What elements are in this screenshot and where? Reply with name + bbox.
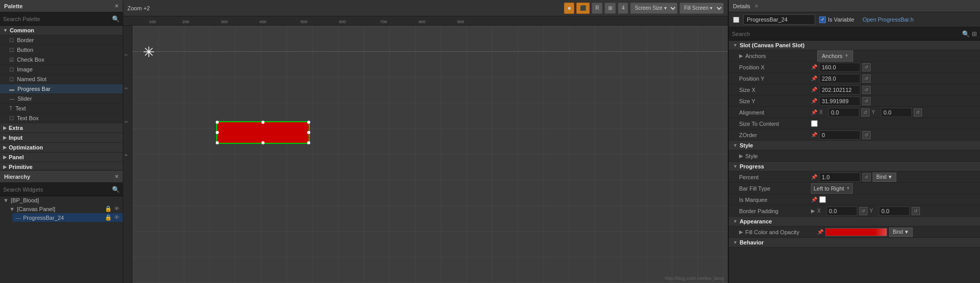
position-x-reset-btn[interactable]: ↺: [862, 63, 871, 71]
alignment-pin-icon[interactable]: 📌: [811, 109, 817, 115]
toolbar-btn-r[interactable]: R: [592, 3, 602, 14]
border-padding-x-reset-btn[interactable]: ↺: [859, 207, 868, 215]
position-x-input[interactable]: [819, 63, 860, 72]
size-to-content-checkbox[interactable]: [811, 120, 818, 127]
position-y-pin-icon[interactable]: 📌: [811, 76, 817, 81]
palette-item-text-box[interactable]: ☐ Text Box: [0, 114, 123, 123]
screen-size-dropdown[interactable]: Screen Size ▾: [630, 3, 677, 14]
alignment-x-input[interactable]: [828, 108, 859, 117]
is-marquee-checkbox[interactable]: [819, 196, 826, 203]
position-y-input[interactable]: [819, 74, 860, 83]
pb-eye-icon[interactable]: 👁: [114, 214, 120, 221]
palette-item-named-slot[interactable]: ☐ Named Slot: [0, 74, 123, 84]
fill-color-data-pin-icon[interactable]: 📌: [817, 229, 823, 235]
anchor-left[interactable]: [216, 131, 219, 134]
palette-item-checkbox[interactable]: ☑ Check Box: [0, 55, 123, 65]
open-file-link[interactable]: Open ProgressBar.h: [862, 16, 914, 23]
border-padding-x-input[interactable]: [826, 206, 857, 216]
component-name-input[interactable]: [743, 14, 815, 25]
toolbar-btn-square[interactable]: ■: [564, 3, 574, 14]
appearance-section-header[interactable]: ▼ Appearance: [729, 217, 980, 227]
bar-fill-type-dropdown[interactable]: Left to Right ▼: [811, 183, 853, 194]
hierarchy-item-canvas-panel[interactable]: ▼ [Canvas Panel] 🔒 👁: [6, 204, 123, 213]
palette-close-icon[interactable]: ✕: [115, 3, 119, 9]
hierarchy-close-icon[interactable]: ✕: [115, 174, 119, 179]
progress-bar-widget[interactable]: [217, 122, 309, 143]
anchors-dropdown[interactable]: Anchors ▼: [817, 50, 853, 62]
size-y-input[interactable]: [819, 97, 860, 106]
palette-item-text[interactable]: T Text: [0, 104, 123, 114]
palette-search-input[interactable]: [3, 16, 112, 22]
size-y-pin-icon[interactable]: 📌: [811, 98, 817, 104]
anchor-right[interactable]: [307, 131, 310, 134]
details-close-icon[interactable]: ✕: [755, 4, 759, 9]
border-padding-y-reset-btn[interactable]: ↺: [912, 207, 920, 215]
zorder-input[interactable]: [819, 130, 860, 140]
style-sub-label: Style: [745, 153, 817, 159]
percent-pin-icon[interactable]: 📌: [811, 174, 817, 180]
size-y-reset-btn[interactable]: ↺: [862, 97, 871, 105]
section-common[interactable]: ▼ Common: [0, 26, 123, 35]
lock-icon[interactable]: 🔒: [105, 205, 112, 212]
toolbar-btn-grid[interactable]: ⊞: [605, 3, 616, 14]
alignment-x-reset-btn[interactable]: ↺: [861, 108, 870, 117]
section-optimization[interactable]: ▶ Optimization: [0, 143, 123, 153]
is-variable-checkbox[interactable]: ✓: [819, 16, 826, 23]
alignment-y-input[interactable]: [881, 108, 912, 117]
toolbar-btn-lock[interactable]: ⬛: [576, 3, 590, 14]
canvas-grid[interactable]: 100 200 300 400 500 600 700 800 900 1 2 …: [123, 16, 728, 283]
slot-section-header[interactable]: ▼ Slot (Canvas Panel Slot): [729, 41, 980, 50]
palette-item-progress-bar[interactable]: ▬ Progress Bar: [0, 84, 123, 94]
border-padding-y-label: Y: [870, 208, 877, 214]
zorder-pin-icon[interactable]: 📌: [811, 132, 817, 138]
eye-icon[interactable]: 👁: [114, 205, 120, 212]
hierarchy-item-bp-blood[interactable]: ▼ [BP_Blood]: [0, 196, 123, 204]
hierarchy-pb-dash-icon: —: [15, 215, 21, 221]
percent-input[interactable]: [819, 173, 860, 182]
alignment-y-reset-btn[interactable]: ↺: [914, 108, 922, 117]
style-section-label: Style: [740, 142, 753, 148]
size-x-pin-icon[interactable]: 📌: [811, 87, 817, 92]
percent-bind-btn[interactable]: Bind ▼: [873, 173, 896, 182]
anchor-top[interactable]: [261, 121, 265, 124]
style-section-header[interactable]: ▼ Style: [729, 141, 980, 150]
position-y-reset-btn[interactable]: ↺: [862, 74, 871, 83]
border-padding-pin-icon[interactable]: ▶: [811, 208, 815, 214]
pb-lock-icon[interactable]: 🔒: [105, 214, 112, 221]
hierarchy-search-input[interactable]: [3, 186, 112, 193]
section-input[interactable]: ▶ Input: [0, 133, 123, 143]
behavior-section-header[interactable]: ▼ Behavior: [729, 238, 980, 248]
hierarchy-item-progressbar[interactable]: — ProgressBar_24 🔒 👁: [12, 213, 123, 222]
is-marquee-pin-icon[interactable]: 📌: [811, 197, 817, 202]
palette-item-border[interactable]: ☐ Border: [0, 35, 123, 45]
size-x-reset-btn[interactable]: ↺: [862, 86, 871, 94]
palette-item-image[interactable]: ☐ Image: [0, 65, 123, 74]
section-extra[interactable]: ▶ Extra: [0, 123, 123, 133]
anchor-top-left[interactable]: [216, 121, 219, 124]
grid-area[interactable]: ✳ http://blog.csdn.net/lee_liang: [133, 26, 728, 283]
palette-item-image-label: Image: [17, 66, 33, 72]
fill-color-bind-btn[interactable]: Bind ▼: [889, 228, 913, 237]
anchor-bottom[interactable]: [261, 141, 265, 144]
percent-reset-btn[interactable]: ↺: [862, 173, 871, 181]
progress-section-header[interactable]: ▼ Progress: [729, 162, 980, 172]
details-search-input[interactable]: [732, 31, 962, 37]
border-padding-y-input[interactable]: [879, 206, 910, 216]
toolbar-btn-4[interactable]: 4: [618, 3, 628, 14]
anchor-bottom-right[interactable]: [307, 141, 310, 144]
details-grid-view-icon[interactable]: ⊞: [972, 30, 977, 37]
anchor-bottom-left[interactable]: [216, 141, 219, 144]
anchor-top-right[interactable]: [307, 121, 310, 124]
fill-color-swatch[interactable]: [825, 228, 887, 236]
palette-item-slider[interactable]: — Slider: [0, 94, 123, 104]
size-x-label: Size X: [739, 87, 811, 93]
size-x-input[interactable]: [819, 85, 860, 95]
palette-item-button[interactable]: ☐ Button: [0, 45, 123, 55]
position-x-pin-icon[interactable]: 📌: [811, 64, 817, 70]
zorder-reset-btn[interactable]: ↺: [862, 131, 871, 139]
section-primitive[interactable]: ▶ Primitive: [0, 162, 123, 170]
section-panel[interactable]: ▶ Panel: [0, 153, 123, 162]
fill-screen-dropdown[interactable]: Fill Screen ▾: [680, 3, 724, 14]
position-x-row: Position X 📌 ↺: [729, 62, 980, 73]
section-optimization-label: Optimization: [9, 144, 43, 150]
